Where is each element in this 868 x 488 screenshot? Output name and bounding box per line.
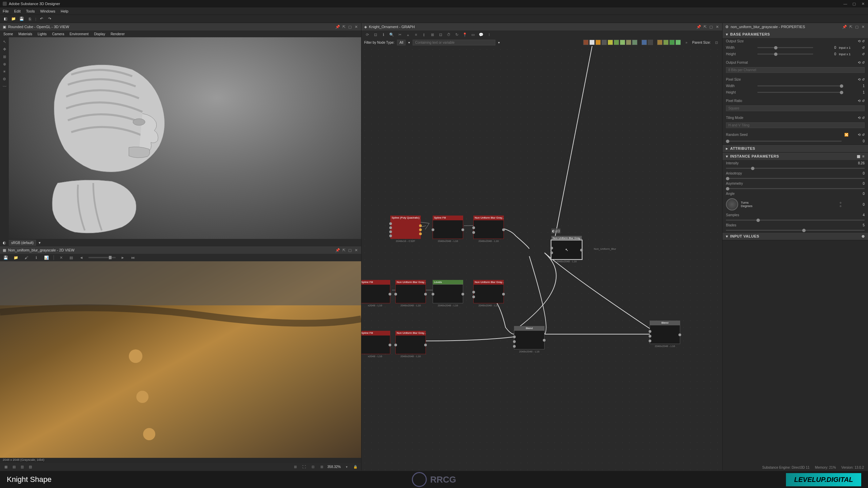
comment-icon[interactable]: 💬 [478, 32, 484, 38]
redo-icon[interactable]: ↷ [47, 16, 53, 22]
expand-icon[interactable]: ⇱ [848, 24, 853, 29]
input-values-header[interactable]: ▾ INPUT VALUES ⊕ [723, 232, 868, 240]
mode-color-8[interactable] [626, 40, 631, 45]
menu-edit[interactable]: Edit [14, 9, 21, 13]
shuffle-icon[interactable]: 🔀 [844, 133, 848, 137]
save-icon[interactable]: 💾 [19, 16, 24, 22]
snap-icon[interactable]: ⊡ [437, 32, 443, 38]
mode-color-7[interactable] [620, 40, 625, 45]
mode-color-13[interactable] [663, 40, 669, 45]
submenu-lights[interactable]: Lights [38, 32, 47, 36]
reset-icon[interactable]: ↺ [862, 61, 865, 64]
mode-color-1[interactable] [583, 40, 589, 45]
light-icon[interactable]: ☀ [1, 68, 7, 75]
reset-icon[interactable]: ↺ [862, 133, 865, 137]
node-nonuniform-blur-1[interactable]: Non Uniform Blur Gray... 2048x2048 - L16 [473, 216, 504, 243]
reset-icon[interactable]: ↺ [862, 99, 865, 103]
search-icon[interactable]: 🔍 [389, 32, 395, 38]
mode-color-9[interactable] [632, 40, 637, 45]
mode-color-14[interactable] [669, 40, 675, 45]
node-blend-1[interactable]: Blend 2048x2048 - L16 [514, 326, 545, 353]
mode-color-11[interactable] [648, 40, 653, 45]
zoom-out-icon[interactable]: ⊟ [310, 464, 316, 470]
3d-viewport[interactable]: ↖ ✥ ⊞ ⊕ ☀ ⚙ 〰 [0, 37, 361, 239]
instance-params-header[interactable]: ▾ INSTANCE PARAMETERS ▦ ≡ [723, 152, 868, 160]
gizmo-icon[interactable]: ✥ [1, 46, 7, 52]
pin-icon[interactable]: 📍 [462, 32, 468, 38]
node-levels[interactable]: Levels 2048x2048 - L16 [433, 280, 463, 307]
submenu-camera[interactable]: Camera [52, 32, 64, 36]
reset-icon[interactable]: ↺ [862, 39, 865, 43]
pin-icon[interactable]: 📌 [842, 24, 847, 29]
mode-color-3[interactable] [595, 40, 601, 45]
blades-slider[interactable] [726, 230, 865, 231]
reset-icon[interactable]: ↺ [862, 78, 865, 81]
node-nonuniform-blur-3[interactable]: Non Uniform Blur Gray... 2048x2048 - L16 [473, 280, 504, 307]
output-format-select[interactable]: 8 Bits per Channel [726, 67, 865, 73]
end-icon[interactable]: ⏭ [130, 255, 136, 261]
settings-icon[interactable]: ⚙ [1, 76, 7, 82]
pointer-icon[interactable]: ↖ [1, 39, 7, 45]
mode-color-6[interactable] [614, 40, 619, 45]
channel-icon[interactable]: ▤ [68, 255, 74, 261]
graph-icon[interactable]: 〰 [1, 83, 7, 89]
anisotropy-slider[interactable] [726, 178, 865, 179]
grid-toggle-icon[interactable]: ⊞ [292, 464, 298, 470]
mode-color-5[interactable] [608, 40, 613, 45]
colorspace-icon[interactable]: ◐ [3, 241, 6, 245]
node-spline-fill-1[interactable]: Spline Fill 2048x2048 - L16 [433, 216, 463, 243]
reset-icon[interactable]: ↺ [862, 116, 865, 120]
layer-icon-3[interactable]: ▥ [19, 464, 25, 470]
lock-icon[interactable]: 🔒 [352, 464, 358, 470]
link-icon[interactable]: ⟁ [405, 32, 411, 38]
align-h-icon[interactable]: ≡ [413, 32, 419, 38]
seed-slider[interactable] [726, 141, 842, 142]
pixel-ratio-select[interactable]: Square [726, 105, 865, 111]
zoom-in-icon[interactable]: ⊞ [319, 464, 325, 470]
asymmetry-slider[interactable] [726, 188, 865, 189]
info-icon[interactable]: ℹ [380, 32, 387, 38]
close-small-icon[interactable]: ✕ [58, 255, 64, 261]
prev-icon[interactable]: ◄ [78, 255, 84, 261]
brush-icon[interactable]: 🖌 [23, 255, 29, 261]
node-action-icon-1[interactable]: ◐ [551, 228, 556, 233]
window-close-icon[interactable]: ✕ [861, 1, 865, 6]
new-icon[interactable]: ◧ [3, 16, 8, 22]
tiling-mode-select[interactable]: H and V Tiling [726, 122, 865, 128]
submenu-display[interactable]: Display [94, 32, 105, 36]
samples-slider[interactable] [726, 220, 865, 221]
info-icon[interactable]: ℹ [33, 255, 39, 261]
base-params-header[interactable]: ▾ BASE PARAMETERS [723, 30, 868, 38]
link-icon[interactable]: ⟲ [858, 78, 861, 81]
open-icon[interactable]: 📁 [11, 16, 16, 22]
list-icon[interactable]: ≡ [862, 154, 865, 158]
globe-icon[interactable]: ⊕ [1, 61, 7, 67]
menu-windows[interactable]: Windows [40, 9, 55, 13]
submenu-environment[interactable]: Environment [70, 32, 88, 36]
refresh-icon[interactable]: ↻ [454, 32, 460, 38]
attributes-header[interactable]: ▸ ATTRIBUTES [723, 145, 868, 152]
mode-color-4[interactable] [601, 40, 607, 45]
intensity-slider[interactable] [726, 168, 865, 169]
link-icon[interactable]: ⟲ [858, 99, 861, 103]
maximize-icon[interactable]: ▢ [854, 24, 859, 29]
filter-type-select[interactable]: All [397, 40, 406, 45]
zoom-fit-icon[interactable]: ⊡ [372, 32, 378, 38]
cut-icon[interactable]: ✂ [397, 32, 403, 38]
parent-size-icon[interactable]: ⊡ [713, 39, 719, 45]
dropdown-icon[interactable]: ▾ [343, 464, 350, 470]
expand-icon[interactable]: ⇱ [341, 248, 346, 252]
close-icon[interactable]: ✕ [715, 24, 719, 29]
chevron-down-icon[interactable]: ▾ [498, 41, 500, 44]
width-slider[interactable] [757, 47, 813, 48]
mode-color-15[interactable] [675, 40, 681, 45]
folder-icon[interactable]: 📁 [13, 255, 19, 261]
maximize-icon[interactable]: ▢ [709, 24, 713, 29]
pixel-width-slider[interactable] [757, 85, 842, 86]
undo-icon[interactable]: ↶ [39, 16, 44, 22]
node-action-icon-2[interactable]: ⊡ [556, 228, 560, 233]
2d-viewport[interactable]: 2048 x 2048 (Grayscale, 16bit) [0, 261, 361, 463]
link-icon[interactable]: ↺ [862, 46, 865, 49]
mode-color-10[interactable] [642, 40, 647, 45]
timing-icon[interactable]: ⏱ [446, 32, 452, 38]
